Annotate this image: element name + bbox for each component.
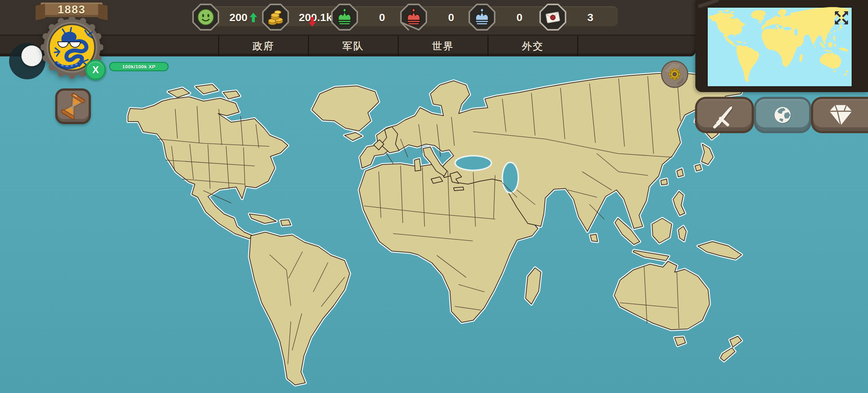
resource-messages[interactable]: 3 <box>539 3 618 32</box>
diamond-icon <box>827 102 855 128</box>
tab-label: 政府 <box>253 40 274 53</box>
resource-happiness[interactable]: 200 <box>192 3 271 32</box>
resource-crown-blue[interactable]: 0 <box>468 3 547 32</box>
sword-icon <box>711 102 738 128</box>
military-button[interactable] <box>697 99 752 131</box>
minimap-panel <box>695 0 868 92</box>
tab-label: 外交 <box>522 40 544 53</box>
year-label: 1883 <box>58 3 86 16</box>
resource-crown-red[interactable]: 0 <box>399 3 479 32</box>
happiness-value: 200 <box>229 11 248 24</box>
blue-crown-icon <box>468 3 496 32</box>
level-badge: X <box>85 59 106 80</box>
continents <box>128 74 746 385</box>
premium-button[interactable] <box>813 99 868 131</box>
envelope-icon <box>539 3 567 32</box>
minimap[interactable] <box>707 7 852 87</box>
trend-down-icon <box>309 17 316 27</box>
game-screen: 政府 军队 世界 外交 200 <box>0 0 868 393</box>
player-avatar-button[interactable] <box>21 45 42 66</box>
tab-military[interactable]: 军队 <box>309 36 398 56</box>
hourglass-icon <box>57 91 89 122</box>
globe-icon <box>769 101 796 129</box>
tab-separator <box>577 36 578 56</box>
gear-icon <box>661 60 688 88</box>
xp-bar: 100k/100k XP <box>109 62 169 71</box>
tab-diplomacy[interactable]: 外交 <box>489 36 577 56</box>
tab-government[interactable]: 政府 <box>219 36 308 56</box>
world-button[interactable] <box>756 99 809 131</box>
nav-tab-bar: 政府 军队 世界 外交 <box>0 36 695 56</box>
resource-crown-green[interactable]: 0 <box>330 3 410 32</box>
minimap-world <box>707 7 852 87</box>
crown-blue-value: 0 <box>517 11 523 24</box>
trend-up-icon <box>250 13 257 22</box>
settings-button[interactable] <box>661 60 688 88</box>
time-speed-button[interactable] <box>55 88 91 124</box>
red-crown-icon <box>399 3 428 32</box>
tab-world[interactable]: 世界 <box>399 36 487 56</box>
tab-label: 世界 <box>432 40 454 53</box>
tab-label: 军队 <box>342 40 364 53</box>
xp-bar-fill: 100k/100k XP <box>110 63 168 70</box>
crown-green-value: 0 <box>379 11 385 24</box>
level-badge-label: X <box>92 64 99 76</box>
smiley-icon <box>192 3 220 32</box>
xp-label: 100k/100k XP <box>122 64 156 70</box>
year-banner: 1883 <box>41 3 103 17</box>
messages-value: 3 <box>587 11 594 24</box>
coins-icon <box>261 3 290 32</box>
green-crown-icon <box>330 3 359 32</box>
expand-icon[interactable] <box>833 10 849 26</box>
crown-red-value: 0 <box>448 11 454 24</box>
